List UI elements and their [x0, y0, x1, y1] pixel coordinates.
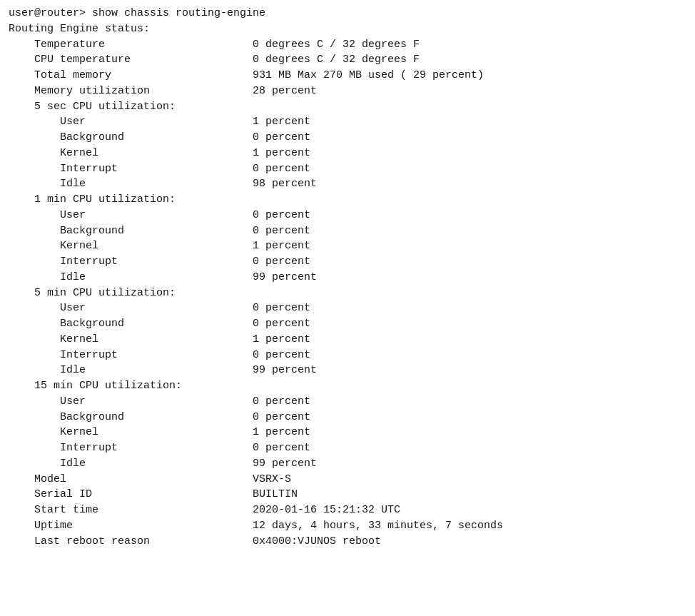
terminal-line: Idle 99 percent	[9, 364, 317, 376]
terminal-line: User 0 percent	[9, 209, 310, 221]
terminal-line: Idle 99 percent	[9, 458, 317, 470]
terminal-line: Background 0 percent	[9, 411, 310, 423]
terminal-line: user@router> show chassis routing-engine	[9, 7, 265, 19]
terminal-line: Interrupt 0 percent	[9, 163, 310, 175]
terminal-line: Serial ID BUILTIN	[9, 488, 298, 500]
terminal-line: Background 0 percent	[9, 318, 310, 330]
terminal-line: Interrupt 0 percent	[9, 442, 310, 454]
terminal-line: Kernel 1 percent	[9, 333, 310, 345]
terminal-line: User 0 percent	[9, 395, 310, 408]
terminal-line: 15 min CPU utilization:	[9, 380, 182, 392]
terminal-line: Interrupt 0 percent	[9, 349, 310, 361]
terminal-line: Model VSRX-S	[9, 473, 291, 485]
terminal-line: 5 sec CPU utilization:	[9, 101, 176, 113]
terminal-line: User 0 percent	[9, 302, 310, 314]
terminal-line: Temperature 0 degrees C / 32 degrees F	[9, 39, 420, 51]
terminal-line: Start time 2020-01-16 15:21:32 UTC	[9, 504, 400, 516]
terminal-line: Uptime 12 days, 4 hours, 33 minutes, 7 s…	[9, 520, 503, 532]
terminal-line: Idle 98 percent	[9, 178, 317, 190]
terminal-line: Idle 99 percent	[9, 271, 317, 283]
terminal-line: Kernel 1 percent	[9, 240, 310, 252]
terminal-line: Last reboot reason 0x4000:VJUNOS reboot	[9, 535, 381, 547]
terminal-line: Interrupt 0 percent	[9, 256, 310, 268]
terminal-line: Kernel 1 percent	[9, 426, 310, 438]
terminal-line: Memory utilization 28 percent	[9, 85, 317, 97]
terminal-line: Total memory 931 MB Max 270 MB used ( 29…	[9, 69, 484, 81]
terminal-line: Background 0 percent	[9, 225, 310, 237]
terminal-line: Background 0 percent	[9, 131, 310, 143]
terminal-line: Routing Engine status:	[9, 23, 150, 35]
terminal-line: 5 min CPU utilization:	[9, 287, 176, 299]
terminal-line: 1 min CPU utilization:	[9, 193, 176, 206]
terminal-line: User 1 percent	[9, 116, 310, 128]
terminal-output: user@router> show chassis routing-engine…	[9, 6, 686, 549]
terminal-line: Kernel 1 percent	[9, 147, 310, 159]
terminal-line: CPU temperature 0 degrees C / 32 degrees…	[9, 54, 420, 66]
